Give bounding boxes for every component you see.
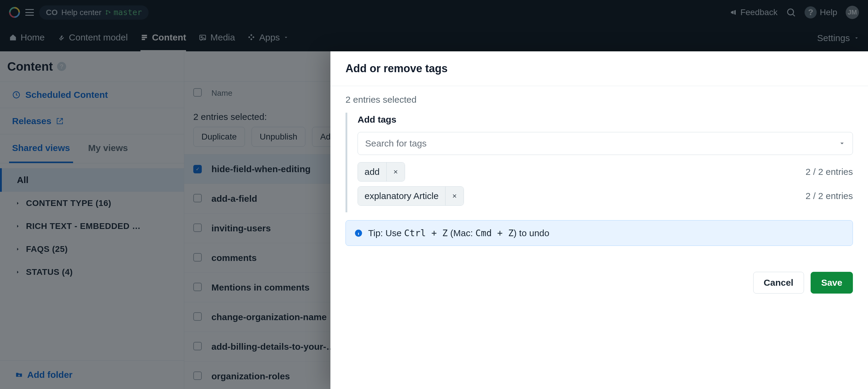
tag-count: 2 / 2 entries bbox=[805, 167, 853, 177]
tag-search-placeholder: Search for tags bbox=[365, 138, 427, 149]
panel-title: Add or remove tags bbox=[331, 51, 868, 86]
panel-subtitle: 2 entries selected bbox=[345, 94, 853, 105]
tag-chip: explanatory Article bbox=[358, 186, 464, 206]
tag-chip: add bbox=[358, 162, 405, 181]
close-icon bbox=[393, 169, 399, 175]
tag-list: add 2 / 2 entries explanatory Article 2 … bbox=[358, 162, 853, 210]
info-note: Tip: Use Ctrl + Z (Mac: Cmd + Z) to undo bbox=[345, 220, 853, 246]
cancel-button[interactable]: Cancel bbox=[753, 272, 804, 294]
add-tags-title: Add tags bbox=[358, 115, 853, 125]
chevron-down-icon bbox=[839, 140, 845, 147]
tag-label: add bbox=[358, 162, 386, 181]
panel-footer: Cancel Save bbox=[331, 263, 868, 302]
info-icon bbox=[354, 229, 363, 237]
tag-remove[interactable] bbox=[386, 162, 405, 181]
save-button[interactable]: Save bbox=[811, 272, 853, 294]
tag-count: 2 / 2 entries bbox=[805, 191, 853, 201]
close-icon bbox=[452, 193, 458, 199]
tags-panel: Add or remove tags 2 entries selected Ad… bbox=[331, 51, 868, 389]
tag-label: explanatory Article bbox=[358, 187, 445, 205]
tag-remove[interactable] bbox=[445, 187, 464, 205]
tag-search[interactable]: Search for tags bbox=[358, 132, 853, 155]
